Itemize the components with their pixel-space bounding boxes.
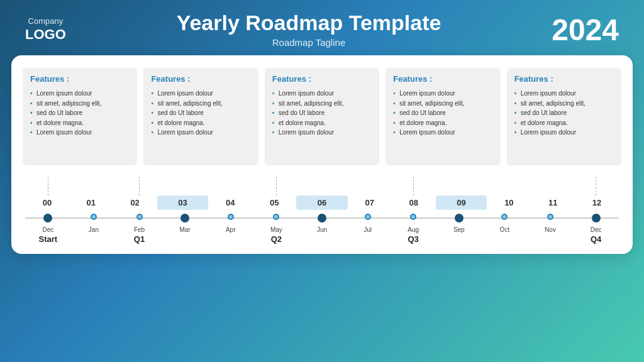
month-num-03: 03 (157, 195, 209, 210)
dashed-line-wrap (253, 177, 299, 195)
dashed-line (413, 177, 414, 195)
dashed-lines-row (23, 177, 621, 195)
dashed-line (139, 177, 140, 195)
feature-item: Lorem ipsum dolour (272, 128, 372, 138)
feature-box-0: Features :Lorem ipsum doloursit amet, ad… (23, 68, 137, 165)
dashed-line-wrap (162, 177, 208, 195)
tl-dot-2 (136, 214, 143, 220)
feature-item: sed do Ut labore (393, 108, 492, 118)
tl-dot-wrap-3 (162, 214, 208, 222)
quarter-label-10 (482, 234, 528, 244)
tl-dot-wrap-4 (208, 214, 253, 222)
feature-item: et dolore magna. (272, 118, 372, 128)
tl-dot-wrap-2 (116, 214, 162, 222)
month-label-Jan-1: Jan (71, 226, 117, 233)
month-num-10: 10 (487, 195, 531, 210)
month-label-Dec-12: Dec (573, 226, 619, 233)
tl-dot-wrap-10 (482, 214, 528, 222)
quarter-label-3 (162, 234, 208, 244)
feature-item: sed do Ut labore (151, 108, 250, 118)
quarter-label-7 (345, 234, 391, 244)
quarter-label-8: Q3 (391, 234, 436, 244)
title-area: Yearly Roadmap Template Roadmap Tagline (177, 11, 441, 48)
feature-item: Lorem ipsum dolour (151, 89, 250, 99)
quarter-label-9 (436, 234, 482, 244)
dashed-line (276, 177, 277, 195)
company-label: Company (25, 16, 66, 26)
month-label-Aug-8: Aug (391, 226, 436, 233)
tl-dot-1 (91, 214, 97, 220)
dashed-line-wrap (345, 177, 391, 195)
feature-box-3: Features :Lorem ipsum doloursit amet, ad… (386, 68, 500, 165)
main-card: Features :Lorem ipsum doloursit amet, ad… (11, 55, 633, 254)
feature-item: Lorem ipsum dolour (151, 128, 250, 138)
feature-item: sit amet, adipiscing elit, (393, 99, 492, 109)
quarter-label-4 (208, 234, 253, 244)
tl-dot-11 (547, 214, 553, 220)
quarter-label-0: Start (25, 234, 71, 244)
month-num-08: 08 (392, 195, 436, 210)
month-label-May-5: May (253, 226, 299, 233)
tl-dot-4 (228, 214, 234, 220)
month-label-Sep-9: Sep (436, 226, 482, 233)
month-num-00: 00 (25, 195, 69, 210)
tl-dot-10 (501, 214, 508, 220)
feature-item: sed do Ut labore (30, 108, 130, 118)
tl-dot-wrap-5 (253, 214, 299, 222)
month-num-06: 06 (296, 195, 348, 210)
feature-item: Lorem ipsum dolour (393, 89, 492, 99)
tl-dot-0 (43, 214, 52, 222)
month-label-Feb-2: Feb (116, 226, 162, 233)
year-display: 2024 (552, 13, 619, 47)
month-num-12: 12 (575, 195, 619, 210)
dashed-line-wrap (436, 177, 482, 195)
month-label-Mar-3: Mar (162, 226, 208, 233)
dashed-line-wrap (573, 177, 619, 195)
tl-dot-wrap-6 (299, 214, 345, 222)
tl-dot-12 (592, 214, 601, 222)
month-label-Apr-4: Apr (208, 226, 253, 233)
dashed-line-wrap (299, 177, 345, 195)
quarter-label-6 (299, 234, 345, 244)
dashed-line (48, 177, 48, 195)
feature-item: Lorem ipsum dolour (272, 89, 372, 99)
month-label-Oct-10: Oct (482, 226, 528, 233)
tl-dot-wrap-9 (436, 214, 482, 222)
logo-area: Company LOGO (25, 16, 66, 43)
month-label-Jul-7: Jul (345, 226, 391, 233)
dashed-line-wrap (391, 177, 436, 195)
month-label-Jun-6: Jun (299, 226, 345, 233)
tl-dot-wrap-1 (71, 214, 117, 222)
month-num-04: 04 (208, 195, 252, 210)
month-labels-row: DecJanFebMarAprMayJunJulAugSepOctNovDec (23, 226, 621, 233)
feature-box-1: Features :Lorem ipsum doloursit amet, ad… (143, 68, 258, 165)
feature-item: et dolore magna. (514, 118, 614, 128)
month-num-11: 11 (531, 195, 575, 210)
main-title: Yearly Roadmap Template (177, 11, 441, 35)
month-num-01: 01 (69, 195, 113, 210)
feature-item: sit amet, adipiscing elit, (514, 99, 614, 109)
tl-dot-5 (273, 214, 279, 220)
tl-dot-wrap-7 (345, 214, 391, 222)
feature-item: et dolore magna. (393, 118, 492, 128)
logo-text: LOGO (25, 26, 66, 43)
header: Company LOGO Yearly Roadmap Template Roa… (0, 0, 644, 55)
feature-title-2: Features : (272, 74, 372, 84)
timeline-line-row (23, 214, 621, 222)
dashed-line-wrap (208, 177, 253, 195)
feature-item: Lorem ipsum dolour (30, 89, 130, 99)
feature-title-3: Features : (393, 74, 492, 84)
feature-item: Lorem ipsum dolour (514, 89, 614, 99)
feature-box-2: Features :Lorem ipsum doloursit amet, ad… (265, 68, 379, 165)
feature-item: sit amet, adipiscing elit, (30, 99, 130, 109)
dashed-line-wrap (71, 177, 117, 195)
dashed-line-wrap (528, 177, 574, 195)
tl-dot-9 (455, 214, 464, 222)
dashed-line-wrap (25, 177, 71, 195)
month-num-07: 07 (348, 195, 392, 210)
tagline: Roadmap Tagline (177, 37, 441, 48)
feature-item: et dolore magna. (151, 118, 250, 128)
feature-title-0: Features : (30, 74, 130, 84)
feature-item: sed do Ut labore (514, 108, 614, 118)
tl-dot-7 (365, 214, 371, 220)
